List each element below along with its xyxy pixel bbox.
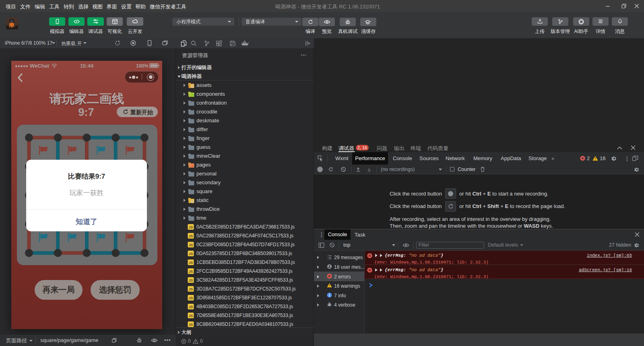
svg-text:JS: JS [189,252,193,256]
svg-text:JS: JS [189,225,193,229]
svg-text:JS: JS [189,270,193,274]
svg-text:JS: JS [189,261,193,265]
svg-text:JS: JS [189,278,193,282]
svg-text:JS: JS [189,305,193,309]
svg-text:JS: JS [189,243,193,247]
svg-text:JS: JS [189,323,193,327]
svg-text:JS: JS [189,314,193,318]
svg-text:JS: JS [189,287,193,291]
svg-text:JS: JS [189,234,193,238]
svg-text:JS: JS [189,296,193,300]
